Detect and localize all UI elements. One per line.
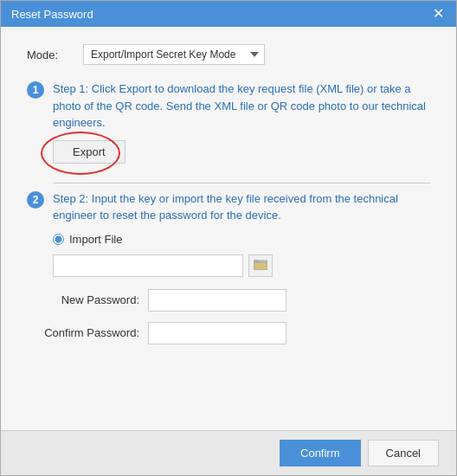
import-file-label: Import File (69, 233, 122, 246)
mode-label: Mode: (27, 48, 66, 61)
step2-section: 2 Step 2: Input the key or import the ke… (27, 190, 430, 344)
step1-description: Step 1: Click Export to download the key… (53, 80, 430, 132)
new-password-input[interactable] (148, 289, 286, 312)
file-input-row (53, 254, 430, 277)
svg-rect-2 (254, 262, 267, 270)
dialog-footer: Confirm Cancel (1, 430, 456, 475)
confirm-password-row: Confirm Password: (35, 322, 430, 344)
folder-icon (254, 258, 267, 273)
confirm-password-label: Confirm Password: (35, 326, 139, 339)
step2-description: Step 2: Input the key or import the key … (53, 190, 430, 224)
step2-badge: 2 (27, 191, 44, 209)
reset-password-dialog: Reset Password ✕ Mode: Export/Import Sec… (0, 0, 457, 476)
export-btn-container: Export (53, 140, 126, 164)
mode-select[interactable]: Export/Import Secret Key Mode (83, 44, 265, 65)
export-button[interactable]: Export (53, 140, 126, 164)
step1-section: 1 Step 1: Click Export to download the k… (27, 80, 430, 169)
file-path-input[interactable] (53, 254, 243, 277)
new-password-row: New Password: (35, 289, 430, 312)
step1-header: 1 Step 1: Click Export to download the k… (27, 80, 430, 132)
close-button[interactable]: ✕ (431, 7, 446, 21)
confirm-password-input[interactable] (148, 322, 286, 344)
dialog-body: Mode: Export/Import Secret Key Mode 1 St… (1, 27, 456, 430)
step2-header: 2 Step 2: Input the key or import the ke… (27, 190, 430, 224)
import-file-radio[interactable] (53, 234, 64, 245)
title-bar: Reset Password ✕ (1, 1, 456, 27)
step1-badge: 1 (27, 81, 44, 99)
dialog-title: Reset Password (11, 8, 93, 21)
confirm-button[interactable]: Confirm (280, 440, 361, 466)
import-file-radio-row: Import File (53, 233, 430, 246)
divider (53, 183, 430, 183)
mode-row: Mode: Export/Import Secret Key Mode (27, 44, 430, 65)
new-password-label: New Password: (35, 293, 139, 306)
cancel-button[interactable]: Cancel (368, 440, 439, 466)
file-browse-button[interactable] (248, 254, 273, 277)
